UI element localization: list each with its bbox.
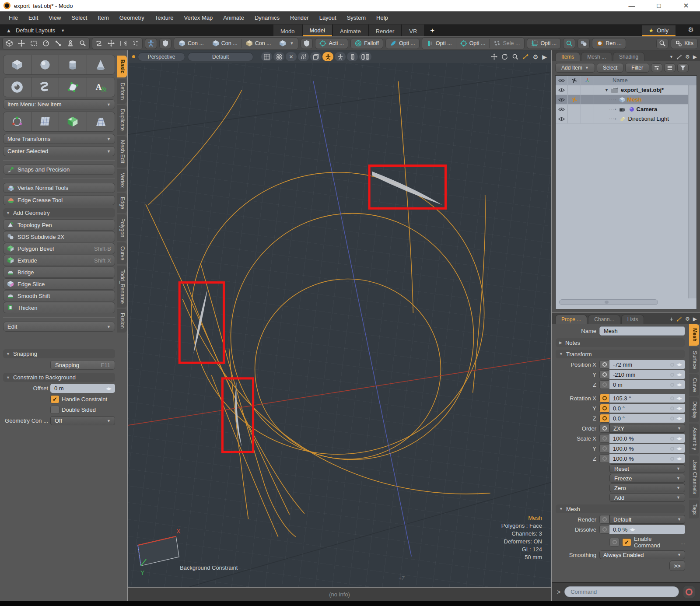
grid-display-icon[interactable]: [261, 52, 272, 61]
rotation-z-field[interactable]: 0.0 °◀▶: [609, 414, 685, 423]
notes-header[interactable]: ▶ Notes: [556, 338, 685, 347]
tab-items[interactable]: Items: [555, 52, 580, 61]
tool-edge-slice[interactable]: Edge Slice: [3, 278, 115, 290]
setup-tool-icon[interactable]: [77, 38, 89, 49]
sphere-b-icon[interactable]: [578, 38, 590, 49]
vtab-deform[interactable]: Deform: [117, 79, 127, 104]
properties-more-icon[interactable]: ▶: [693, 316, 697, 322]
four-dots-icon[interactable]: [273, 52, 284, 61]
minimize-button[interactable]: —: [628, 2, 635, 10]
zoom-icon[interactable]: [512, 53, 518, 60]
torus-primitive-button[interactable]: [4, 77, 32, 97]
layout-gear-icon[interactable]: ⚙: [688, 26, 694, 34]
menu-view[interactable]: View: [43, 12, 66, 23]
item-menu-dropdown[interactable]: Item Menu: New Item▼: [3, 99, 115, 109]
cube-primitive-button[interactable]: [4, 55, 32, 74]
eye-icon[interactable]: [556, 95, 568, 104]
transform-header[interactable]: ▼ Transform: [556, 350, 685, 358]
rvtab-mesh[interactable]: Mesh: [689, 324, 699, 346]
menu-edit[interactable]: Edit: [23, 12, 43, 23]
items-gear-icon[interactable]: ⚙: [685, 54, 690, 60]
cone-primitive-button[interactable]: [87, 55, 115, 74]
items-vertical-scrollbar[interactable]: [688, 85, 696, 298]
tabs-dropdown-icon[interactable]: ▼: [669, 55, 673, 59]
vtab-basic[interactable]: Basic: [117, 56, 127, 77]
waves-icon[interactable]: [298, 52, 309, 61]
offset-field[interactable]: 0 m ◀▶: [50, 384, 115, 393]
green-cube-button[interactable]: [59, 112, 87, 131]
menu-vertex-map[interactable]: Vertex Map: [178, 12, 218, 23]
edit-dropdown[interactable]: Edit▼: [3, 322, 115, 332]
snapping-toggle-button[interactable]: Snapping F11: [50, 360, 115, 370]
tab-shading[interactable]: Shading: [613, 52, 644, 61]
vtab-curve[interactable]: Curve: [117, 242, 127, 264]
vertex-normal-tools-button[interactable]: Vertex Normal Tools: [3, 183, 115, 193]
spline-tool-icon[interactable]: [93, 38, 105, 49]
spinner-arrows-icon[interactable]: ◀▶: [106, 386, 111, 391]
rvtab-user-channels[interactable]: User Channels: [689, 455, 699, 498]
filter-button[interactable]: Filter: [625, 63, 649, 73]
channel-toggle[interactable]: [599, 360, 609, 369]
center-selected-dropdown[interactable]: Center Selected▼: [3, 146, 115, 156]
orbit-icon[interactable]: [501, 53, 508, 60]
dissolve-field[interactable]: 0.0 %◀▶: [609, 525, 685, 534]
tab-model[interactable]: Model: [303, 25, 332, 36]
add-button[interactable]: Add▼: [609, 493, 685, 502]
scale-z-field[interactable]: 100.0 %◀▶: [609, 454, 685, 463]
tab-channels[interactable]: Chann...: [588, 315, 620, 324]
vtab-todd-rename[interactable]: Todd_Rename: [117, 266, 127, 308]
kits-button[interactable]: Kits: [671, 38, 698, 49]
channel-toggle[interactable]: [599, 434, 609, 443]
rotate-tool-icon[interactable]: [40, 38, 52, 49]
render-button[interactable]: Ren ...: [592, 38, 626, 49]
menu-item[interactable]: Item: [92, 12, 114, 23]
tool-thicken[interactable]: Thicken: [3, 302, 115, 313]
funnel-filter-icon[interactable]: [677, 63, 689, 72]
cylinder-primitive-button[interactable]: [59, 55, 87, 74]
maximize-button[interactable]: □: [655, 2, 662, 10]
order-dropdown[interactable]: ZXY▼: [609, 424, 685, 433]
options-brush-button[interactable]: Opti ...: [385, 38, 420, 49]
menu-system[interactable]: System: [342, 12, 371, 23]
plane-grid-button[interactable]: [32, 112, 60, 131]
eye-icon[interactable]: [556, 105, 568, 114]
position-y-field[interactable]: -210 mm◀▶: [609, 370, 685, 379]
add-layout-tab-button[interactable]: +: [425, 25, 440, 36]
menu-geometry[interactable]: Geometry: [114, 12, 150, 23]
options-cross-button[interactable]: Opti ...: [456, 38, 490, 49]
expand-panel-icon[interactable]: [676, 316, 682, 322]
properties-gear-icon[interactable]: ⚙: [685, 316, 690, 322]
vtab-edge[interactable]: Edge: [117, 193, 127, 213]
shading-style-dropdown[interactable]: Default: [188, 53, 253, 61]
menu-help[interactable]: Help: [371, 12, 393, 23]
tool-sds-subdivide[interactable]: SDS Subdivide 2X: [3, 231, 115, 242]
falloff-button[interactable]: Falloff: [350, 38, 383, 49]
add-item-button[interactable]: Add Item▼: [555, 63, 595, 73]
shield-icon[interactable]: [159, 38, 172, 49]
bone-tool-icon[interactable]: [52, 38, 64, 49]
vtab-polygon[interactable]: Polygon: [117, 214, 127, 241]
capsule-icon[interactable]: [347, 52, 358, 61]
pin-icon-active[interactable]: [568, 95, 581, 104]
scale-y-field[interactable]: 100.0 %◀▶: [609, 444, 685, 453]
reset-button[interactable]: Reset▼: [609, 464, 685, 473]
eye-icon[interactable]: [556, 85, 568, 95]
rotation-y-field[interactable]: 0.0 °◀▶: [609, 404, 685, 413]
cursor-tool-icon[interactable]: [563, 38, 575, 49]
snaps-precision-button[interactable]: Snaps and Precision: [3, 165, 115, 175]
more-properties-button[interactable]: >>: [669, 560, 685, 571]
transform-cross-icon[interactable]: [105, 38, 117, 49]
smoothing-dropdown[interactable]: Always Enabled▼: [599, 550, 685, 559]
tab-vr[interactable]: VR: [402, 25, 424, 36]
menu-texture[interactable]: Texture: [150, 12, 179, 23]
item-row-mesh[interactable]: ···▪ Mesh: [556, 95, 696, 105]
vtab-fusion[interactable]: Fusion: [117, 309, 127, 333]
expand-triangle-icon[interactable]: ▼: [605, 88, 609, 92]
tool-smooth-shift[interactable]: Smooth Shift: [3, 290, 115, 301]
sphere-rgb-button[interactable]: [4, 112, 32, 131]
viewport-3d[interactable]: Perspective Default ✕ ⚙ ▶: [128, 50, 552, 601]
viewport-more-icon[interactable]: ▶: [542, 53, 547, 60]
vtab-duplicate[interactable]: Duplicate: [117, 105, 127, 135]
freeze-button[interactable]: Freeze▼: [609, 474, 685, 483]
expand-panel-icon[interactable]: [676, 54, 682, 60]
